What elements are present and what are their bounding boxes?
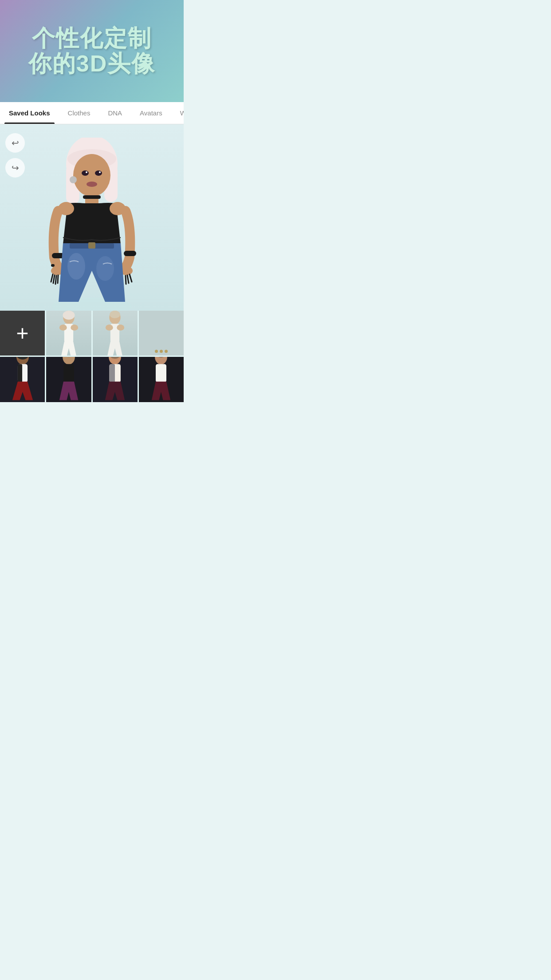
- svg-point-43: [63, 357, 75, 364]
- svg-rect-20: [51, 264, 55, 267]
- svg-point-13: [70, 176, 77, 183]
- svg-point-8: [86, 171, 87, 173]
- svg-rect-24: [88, 242, 95, 249]
- svg-point-10: [87, 182, 97, 187]
- tab-dna[interactable]: DNA: [99, 102, 131, 124]
- tab-avatars[interactable]: Avatars: [131, 102, 171, 124]
- tab-bar: Saved Looks Clothes DNA Avatars Wearing: [0, 102, 184, 124]
- look-item-2[interactable]: [93, 311, 138, 356]
- plus-icon: +: [16, 323, 29, 344]
- svg-rect-49: [109, 364, 115, 383]
- look-item-3[interactable]: [139, 311, 184, 356]
- svg-rect-17: [124, 251, 136, 256]
- title-line2: 你的3D头像: [28, 51, 155, 76]
- tab-clothes[interactable]: Clothes: [59, 102, 99, 124]
- svg-point-36: [117, 324, 124, 331]
- mini-figure-7: [139, 357, 184, 402]
- look-figure-2: [99, 311, 130, 356]
- svg-point-29: [71, 324, 78, 331]
- look-dots-3[interactable]: [155, 347, 168, 356]
- mini-figure-4: [0, 357, 45, 402]
- control-buttons: ↩ ↪: [5, 133, 25, 178]
- undo-button[interactable]: ↩: [5, 133, 25, 153]
- title-line1: 个性化定制: [28, 26, 155, 51]
- look-item-6[interactable]: [93, 357, 138, 402]
- svg-point-21: [67, 253, 85, 280]
- look-item-5[interactable]: [46, 357, 91, 402]
- tab-wearing[interactable]: Wearing: [171, 102, 184, 124]
- look-item-7[interactable]: [139, 357, 184, 402]
- svg-point-22: [96, 256, 114, 281]
- svg-point-50: [155, 357, 168, 364]
- header-title: 个性化定制 你的3D头像: [28, 26, 155, 76]
- svg-point-35: [106, 324, 113, 331]
- redo-button[interactable]: ↪: [5, 158, 25, 178]
- add-look-button[interactable]: +: [0, 311, 45, 356]
- svg-point-26: [63, 311, 75, 320]
- svg-rect-42: [18, 364, 22, 383]
- mini-figure-6: [93, 357, 138, 402]
- header: 个性化定制 你的3D头像: [0, 0, 184, 102]
- svg-point-28: [59, 324, 67, 331]
- avatar-figure: [34, 138, 150, 311]
- grid-bottom-row: [0, 357, 184, 402]
- tab-saved-looks[interactable]: Saved Looks: [0, 102, 59, 124]
- svg-point-9: [99, 171, 101, 173]
- svg-point-6: [82, 170, 89, 176]
- avatar-viewer: ↩ ↪: [0, 124, 184, 311]
- mini-figure-5: [46, 357, 91, 402]
- look-item-4[interactable]: [0, 357, 45, 402]
- svg-point-5: [73, 154, 110, 197]
- svg-point-33: [110, 311, 120, 318]
- looks-grid: +: [0, 311, 184, 402]
- look-item-1[interactable]: [46, 311, 91, 356]
- grid-top-row: +: [0, 311, 184, 356]
- svg-rect-12: [83, 195, 101, 199]
- svg-rect-45: [63, 364, 74, 383]
- svg-point-7: [95, 170, 102, 176]
- svg-rect-52: [156, 364, 166, 383]
- look-figure-1: [53, 311, 84, 356]
